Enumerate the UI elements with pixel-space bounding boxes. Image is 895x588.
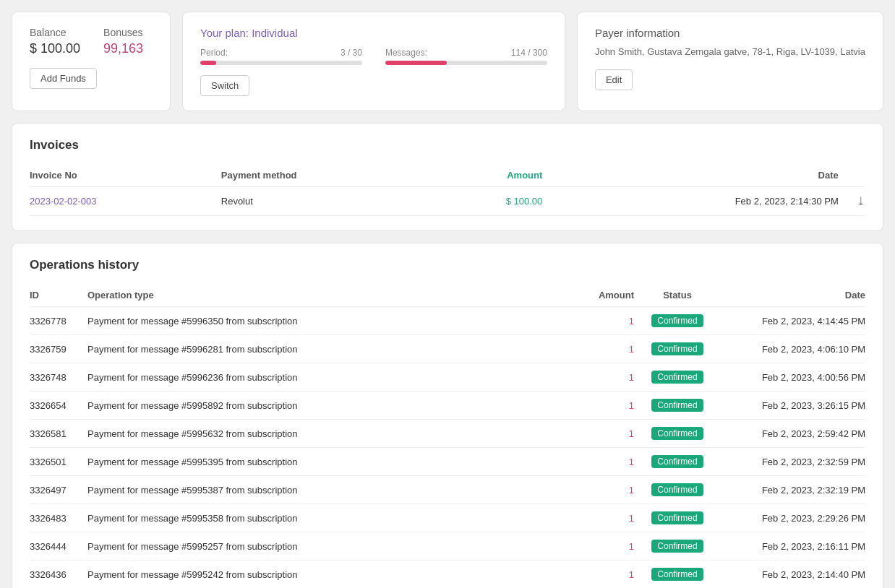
status-badge: Confirmed [651,399,703,412]
bonuses-value: 99,163 [103,41,143,56]
plan-card: Your plan: Individual Period: 3 / 30 Mes… [182,12,565,111]
ops-amount: 1 [576,363,634,392]
ops-col-date: Date [721,284,865,307]
add-funds-button[interactable]: Add Funds [30,68,97,89]
ops-amount: 1 [576,504,634,532]
operations-title: Operations history [30,258,865,272]
ops-row: 3326436 Payment for message #5995242 fro… [30,561,865,589]
ops-row: 3326444 Payment for message #5995257 fro… [30,532,865,561]
status-badge: Confirmed [651,511,703,524]
bonuses-section: Bonuses 99,163 [103,27,143,56]
ops-id: 3326436 [30,561,87,589]
invoice-col-no: Invoice No [30,164,221,187]
ops-type: Payment for message #5995632 from subscr… [87,420,576,448]
plan-prefix: Your plan: [200,27,249,39]
invoice-col-payment: Payment method [221,164,438,187]
ops-date: Feb 2, 2023, 2:14:40 PM [721,561,865,589]
ops-col-amount: Amount [576,284,634,307]
invoice-row: 2023-02-02-003 Revolut $ 100.00 Feb 2, 2… [30,187,865,216]
ops-type: Payment for message #5995387 from subscr… [87,476,576,504]
ops-date: Feb 2, 2023, 2:16:11 PM [721,532,865,561]
ops-status: Confirmed [634,561,721,589]
invoice-date: Feb 2, 2023, 2:14:30 PM [542,187,838,216]
ops-type: Payment for message #5996236 from subscr… [87,363,576,392]
status-badge: Confirmed [651,427,703,440]
ops-id: 3326778 [30,307,87,335]
invoice-download[interactable]: ⤓ [839,187,865,216]
invoice-col-date: Date [542,164,838,187]
ops-date: Feb 2, 2023, 4:00:56 PM [721,363,865,392]
ops-row: 3326581 Payment for message #5995632 fro… [30,420,865,448]
ops-type: Payment for message #5996281 from subscr… [87,335,576,363]
ops-id: 3326759 [30,335,87,363]
ops-id: 3326581 [30,420,87,448]
status-badge: Confirmed [651,568,703,581]
status-badge: Confirmed [651,455,703,468]
ops-type: Payment for message #5995242 from subscr… [87,561,576,589]
ops-row: 3326759 Payment for message #5996281 fro… [30,335,865,363]
ops-amount: 1 [576,392,634,420]
ops-type: Payment for message #5995257 from subscr… [87,532,576,561]
ops-row: 3326778 Payment for message #5996350 fro… [30,307,865,335]
ops-status: Confirmed [634,363,721,392]
ops-amount: 1 [576,307,634,335]
period-value: 3 / 30 [341,48,362,58]
ops-status: Confirmed [634,448,721,476]
payer-title: Payer information [595,27,865,39]
payer-address: John Smith, Gustava Zemgala gatve, 78-1,… [595,45,865,59]
invoice-col-download [839,164,865,187]
switch-button[interactable]: Switch [200,75,249,96]
invoice-amount: $ 100.00 [437,187,542,216]
bonuses-label: Bonuses [103,27,143,38]
period-progress-fill [200,61,216,65]
ops-row: 3326497 Payment for message #5995387 fro… [30,476,865,504]
ops-id: 3326483 [30,504,87,532]
ops-row: 3326748 Payment for message #5996236 fro… [30,363,865,392]
ops-date: Feb 2, 2023, 2:32:19 PM [721,476,865,504]
ops-status: Confirmed [634,420,721,448]
messages-value: 114 / 300 [511,48,547,58]
ops-amount: 1 [576,448,634,476]
ops-id: 3326497 [30,476,87,504]
edit-button[interactable]: Edit [595,69,633,90]
ops-col-id: ID [30,284,87,307]
status-badge: Confirmed [651,540,703,553]
period-metric: Period: 3 / 30 [200,48,362,65]
status-badge: Confirmed [651,314,703,327]
payer-card: Payer information John Smith, Gustava Ze… [577,12,883,111]
ops-type: Payment for message #5995358 from subscr… [87,504,576,532]
period-label: Period: [200,48,228,58]
invoice-col-amount: Amount [437,164,542,187]
ops-date: Feb 2, 2023, 2:32:59 PM [721,448,865,476]
status-badge: Confirmed [651,483,703,496]
status-badge: Confirmed [651,371,703,384]
ops-id: 3326748 [30,363,87,392]
download-icon[interactable]: ⤓ [856,195,865,207]
ops-amount: 1 [576,532,634,561]
ops-status: Confirmed [634,532,721,561]
ops-status: Confirmed [634,335,721,363]
invoices-table: Invoice No Payment method Amount Date 20… [30,164,865,216]
ops-col-type: Operation type [87,284,576,307]
ops-status: Confirmed [634,392,721,420]
operations-table: ID Operation type Amount Status Date 332… [30,284,865,588]
balance-section: Balance $ 100.00 [30,27,80,56]
ops-date: Feb 2, 2023, 4:14:45 PM [721,307,865,335]
ops-date: Feb 2, 2023, 2:29:26 PM [721,504,865,532]
balance-card: Balance $ 100.00 Bonuses 99,163 Add Fund… [12,12,171,111]
ops-type: Payment for message #5996350 from subscr… [87,307,576,335]
ops-status: Confirmed [634,307,721,335]
messages-label: Messages: [385,48,427,58]
status-badge: Confirmed [651,342,703,355]
period-progress-bar [200,61,362,65]
ops-type: Payment for message #5995395 from subscr… [87,448,576,476]
invoice-link[interactable]: 2023-02-02-003 [30,196,97,207]
messages-progress-bar [385,61,547,65]
invoices-title: Invoices [30,138,865,152]
invoice-no[interactable]: 2023-02-02-003 [30,187,221,216]
messages-progress-fill [385,61,447,65]
balance-value: $ 100.00 [30,41,80,56]
ops-row: 3326501 Payment for message #5995395 fro… [30,448,865,476]
invoice-payment-method: Revolut [221,187,438,216]
plan-title: Your plan: Individual [200,27,547,39]
